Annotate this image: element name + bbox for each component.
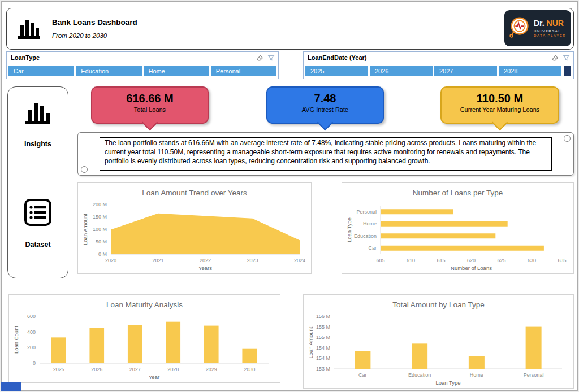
slicer-option-personal[interactable]: Personal: [211, 66, 276, 76]
kpi-maturing-loans: 110.50 M Current Year Maturing Loans: [440, 86, 559, 124]
svg-text:Car: Car: [358, 372, 367, 378]
dashboard-canvas: Bank Loans Dashboard From 2020 to 2030 D…: [1, 1, 578, 391]
svg-text:154 M: 154 M: [316, 345, 330, 351]
svg-text:615: 615: [437, 258, 445, 263]
bar-Home[interactable]: [381, 221, 508, 227]
page-nav-tab[interactable]: [1, 382, 21, 391]
bar-Personal[interactable]: [381, 209, 453, 214]
summary-banner: The loan portfolio stands at 616.66M wit…: [77, 132, 574, 176]
sidebar-item-insights[interactable]: Insights: [8, 96, 68, 148]
brand-tagline-line1: UNIVERSAL: [534, 29, 566, 33]
slicer-option-home[interactable]: Home: [144, 66, 209, 76]
svg-text:Personal: Personal: [356, 209, 377, 215]
bar-2025[interactable]: [51, 337, 66, 363]
bar-2030[interactable]: [242, 349, 257, 363]
kpi-avg-interest-rate: 7.48 AVG Intrest Rate: [266, 86, 384, 124]
clear-selections-icon[interactable]: [551, 54, 559, 64]
svg-text:2021: 2021: [152, 258, 163, 263]
svg-text:Home: Home: [470, 372, 483, 378]
svg-text:400: 400: [27, 329, 36, 335]
svg-text:Number of Loans: Number of Loans: [451, 265, 492, 271]
svg-text:2024: 2024: [294, 258, 305, 263]
bar-Car[interactable]: [381, 246, 544, 251]
svg-text:Loan Type: Loan Type: [346, 217, 352, 242]
brand-name: Dr. NUR: [534, 19, 566, 28]
svg-text:50 M: 50 M: [96, 239, 107, 245]
slicer-loanenddate-options: 2025 2026 2027 2028: [305, 66, 561, 76]
svg-text:635: 635: [558, 258, 566, 263]
svg-text:630: 630: [528, 258, 536, 263]
chart-panel-amount-by-type: Total Amount by Loan Type 153 M154 M154 …: [303, 294, 574, 389]
slicer-option-education[interactable]: Education: [76, 66, 141, 76]
bar-Personal[interactable]: [526, 327, 542, 369]
brand-emblem-icon: [507, 15, 532, 42]
brand-logo: Dr. NUR UNIVERSAL DATA PLAYER: [504, 10, 571, 46]
amount-by-type-column-chart[interactable]: 153 M154 M154 M155 M155 M156 MCarEducati…: [306, 312, 571, 387]
svg-text:605: 605: [376, 258, 384, 263]
kpi-total-loans-label: Total Loans: [92, 106, 208, 113]
slicer-option-2027[interactable]: 2027: [434, 66, 497, 76]
sidebar-item-dataset[interactable]: Dataset: [8, 197, 68, 249]
loan-maturity-column-chart[interactable]: 0200400600202520262027202820292030YearLo…: [11, 312, 278, 381]
chart-title: Loan Maturity Analysis: [9, 300, 280, 309]
svg-text:2023: 2023: [247, 258, 258, 263]
dataset-icon: [22, 220, 54, 230]
slicer-option-2025[interactable]: 2025: [305, 66, 368, 76]
svg-text:Loan Type: Loan Type: [435, 380, 460, 386]
svg-text:Personal: Personal: [524, 372, 544, 378]
bar-Car[interactable]: [355, 351, 370, 369]
svg-text:625: 625: [497, 258, 505, 263]
header: Bank Loans Dashboard From 2020 to 2030 D…: [6, 8, 574, 50]
filter-icon[interactable]: [267, 54, 275, 64]
bar-Home[interactable]: [469, 356, 485, 369]
kpi-avg-interest-rate-value: 7.48: [267, 92, 383, 105]
svg-text:2028: 2028: [167, 367, 179, 372]
slicer-loanenddate: LoanEndDate (Year) 2025 2026 2027 2028: [303, 51, 574, 79]
bar-2029[interactable]: [204, 326, 219, 363]
area-series[interactable]: [111, 214, 300, 254]
svg-text:2020: 2020: [105, 258, 116, 263]
bar-Education[interactable]: [412, 343, 427, 369]
kpi-total-loans: 616.66 M Total Loans: [91, 86, 209, 124]
filter-icon[interactable]: [563, 54, 570, 64]
slicer-loantype-options: Car Education Home Personal: [8, 66, 276, 76]
nav-sidebar: Insights Dataset: [7, 86, 68, 278]
slicer-option-2028[interactable]: 2028: [499, 66, 561, 76]
chart-title: Number of Loans per Type: [342, 189, 573, 197]
slicer-scrollbar[interactable]: [564, 66, 571, 76]
svg-text:155 M: 155 M: [316, 324, 330, 330]
slicer-option-car[interactable]: Car: [8, 66, 74, 76]
clear-selections-icon[interactable]: [256, 54, 263, 64]
svg-text:Education: Education: [354, 233, 377, 239]
svg-text:2026: 2026: [91, 367, 102, 372]
svg-text:Home: Home: [363, 221, 377, 227]
kpi-total-loans-value: 616.66 M: [92, 92, 208, 105]
bar-2028[interactable]: [166, 322, 180, 363]
svg-text:154 M: 154 M: [316, 355, 330, 361]
svg-text:Year: Year: [149, 374, 159, 380]
slicer-option-2026[interactable]: 2026: [370, 66, 433, 76]
chart-panel-loan-maturity: Loan Maturity Analysis 02004006002025202…: [8, 294, 280, 383]
svg-text:Loan Amount: Loan Amount: [308, 326, 314, 358]
slicer-loantype: LoanType Car Education Home Personal: [6, 51, 279, 79]
summary-text: The loan portfolio stands at 616.66M wit…: [100, 137, 552, 171]
sidebar-item-dataset-label: Dataset: [8, 241, 68, 249]
svg-text:Education: Education: [408, 372, 431, 378]
svg-text:620: 620: [467, 258, 476, 263]
loans-per-type-bar-chart[interactable]: 605610615620625630635PersonalHomeEducati…: [344, 200, 571, 272]
page-title: Bank Loans Dashboard: [52, 18, 137, 27]
loan-trend-area-chart[interactable]: 0 M50 M100 M150 M200 M202020212022202320…: [80, 200, 309, 272]
insights-icon: [22, 120, 54, 129]
svg-text:200: 200: [27, 345, 36, 350]
svg-text:Years: Years: [198, 265, 212, 271]
svg-text:200 M: 200 M: [93, 202, 107, 207]
svg-text:100 M: 100 M: [93, 227, 107, 232]
bar-2026[interactable]: [89, 328, 104, 363]
bar-2027[interactable]: [128, 325, 142, 363]
svg-text:2027: 2027: [129, 367, 141, 372]
svg-text:Car: Car: [368, 245, 377, 251]
svg-text:155 M: 155 M: [316, 334, 330, 340]
bar-Education[interactable]: [381, 233, 495, 238]
chart-title: Total Amount by Loan Type: [304, 300, 573, 309]
kpi-maturing-loans-value: 110.50 M: [442, 92, 558, 105]
